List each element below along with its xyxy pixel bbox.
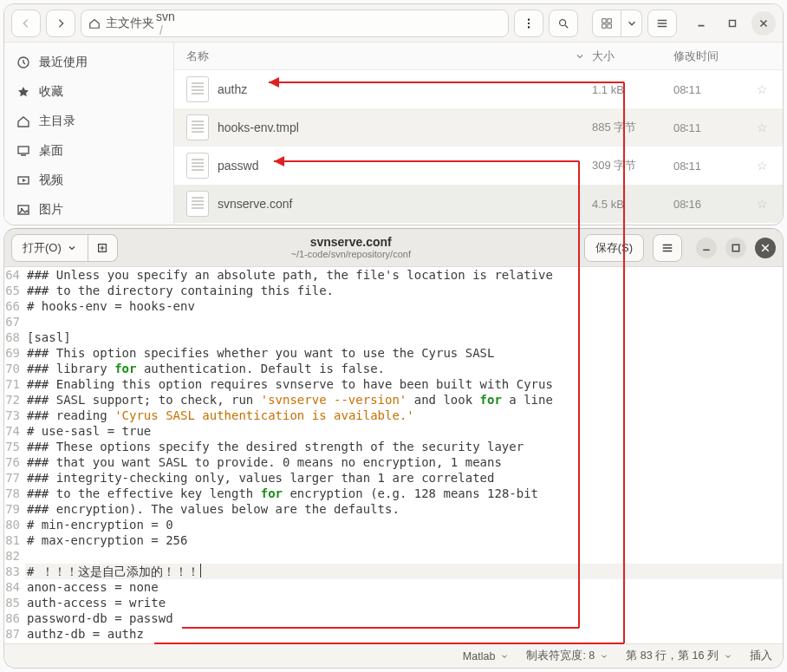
chevron-right-icon bbox=[55, 17, 67, 29]
star-toggle[interactable]: ☆ bbox=[757, 197, 783, 211]
view-switcher[interactable] bbox=[592, 10, 642, 37]
search-button[interactable] bbox=[549, 10, 578, 37]
sidebar-item[interactable]: 最近使用 bbox=[4, 48, 173, 77]
line-number: 81 bbox=[4, 532, 25, 548]
code-line[interactable]: 80# min-encryption = 0 bbox=[4, 517, 783, 532]
hamburger-menu-button[interactable] bbox=[647, 10, 677, 37]
status-language[interactable]: Matlab bbox=[463, 650, 510, 662]
code-text: ### Unless you specify an absolute path,… bbox=[25, 267, 553, 283]
file-manager-titlebar: 主文件夹 /1-code/svn/repository/conf bbox=[4, 4, 783, 42]
sidebar-item[interactable]: 桌面 bbox=[4, 136, 173, 166]
editor-menu-button[interactable] bbox=[653, 234, 682, 262]
svg-point-2 bbox=[528, 26, 530, 28]
line-number: 87 bbox=[4, 626, 25, 642]
code-line[interactable]: 74# use-sasl = true bbox=[4, 423, 783, 439]
code-text: # ！！！这是自己添加的！！！ bbox=[25, 564, 201, 579]
file-row[interactable]: hooks-env.tmpl885 字节08∶11☆ bbox=[174, 108, 783, 147]
code-line[interactable]: 84anon-access = none bbox=[4, 579, 783, 595]
code-text bbox=[25, 314, 27, 329]
status-tabwidth[interactable]: 制表符宽度: 8 bbox=[526, 649, 608, 663]
svg-rect-4 bbox=[602, 18, 606, 22]
file-name: svnserve.conf bbox=[218, 197, 292, 211]
file-row[interactable]: passwd309 字节08∶11☆ bbox=[174, 147, 783, 185]
file-row[interactable]: authz1.1 kB08∶11☆ bbox=[174, 70, 783, 108]
file-icon bbox=[186, 76, 209, 102]
path-menu-button[interactable] bbox=[514, 10, 543, 37]
minimize-button[interactable] bbox=[689, 11, 713, 36]
maximize-button[interactable] bbox=[720, 11, 745, 36]
line-number: 70 bbox=[4, 361, 25, 376]
editor-text-area[interactable]: 64### Unless you specify an absolute pat… bbox=[4, 267, 783, 643]
location-bar[interactable]: 主文件夹 /1-code/svn/repository/conf bbox=[81, 10, 509, 37]
code-line[interactable]: 87authz-db = authz bbox=[4, 626, 783, 642]
col-name[interactable]: 名称 bbox=[186, 49, 209, 64]
code-line[interactable]: 67 bbox=[4, 314, 783, 329]
code-text: ### Enabling this option requires svnser… bbox=[25, 376, 553, 392]
close-icon bbox=[760, 243, 771, 253]
code-line[interactable]: 73### reading 'Cyrus SASL authentication… bbox=[4, 408, 783, 423]
code-line[interactable]: 64### Unless you specify an absolute pat… bbox=[4, 267, 783, 283]
line-number: 74 bbox=[4, 423, 25, 439]
status-cursor-pos[interactable]: 第 83 行，第 16 列 bbox=[626, 649, 732, 663]
code-line[interactable]: 69### This option specifies whether you … bbox=[4, 345, 783, 361]
code-line[interactable]: 86password-db = passwd bbox=[4, 610, 783, 626]
path-seg[interactable]: svn bbox=[156, 10, 209, 23]
code-line[interactable]: 83# ！！！这是自己添加的！！！ bbox=[4, 564, 783, 579]
nav-back-button[interactable] bbox=[11, 10, 41, 37]
save-button[interactable]: 保存(S) bbox=[584, 234, 644, 262]
code-line[interactable]: 82 bbox=[4, 548, 783, 564]
star-toggle[interactable]: ☆ bbox=[757, 159, 783, 173]
open-button[interactable]: 打开(O) bbox=[11, 234, 88, 262]
col-mtime[interactable]: 修改时间 bbox=[673, 49, 757, 64]
editor-statusbar: Matlab 制表符宽度: 8 第 83 行，第 16 列 插入 bbox=[4, 643, 783, 668]
file-row[interactable]: svnserve.conf4.5 kB08∶16☆ bbox=[174, 185, 783, 223]
file-name: authz bbox=[218, 82, 247, 96]
nav-forward-button[interactable] bbox=[46, 10, 75, 37]
code-line[interactable]: 70### library for authentication. Defaul… bbox=[4, 361, 783, 376]
code-line[interactable]: 78### to the effective key length for en… bbox=[4, 486, 783, 501]
svg-rect-10 bbox=[18, 147, 29, 153]
sidebar-item[interactable]: 主目录 bbox=[4, 107, 173, 136]
sidebar-item[interactable]: 视频 bbox=[4, 166, 173, 195]
save-label: 保存(S) bbox=[595, 240, 633, 256]
text-editor-window: 打开(O) svnserve.conf ~/1-code/svn/reposit… bbox=[3, 228, 784, 669]
line-number: 64 bbox=[4, 267, 25, 283]
code-line[interactable]: 68[sasl] bbox=[4, 329, 783, 345]
svg-point-1 bbox=[528, 22, 530, 23]
editor-minimize-button[interactable] bbox=[696, 238, 717, 258]
line-number: 72 bbox=[4, 392, 25, 408]
chevron-down-icon bbox=[626, 17, 638, 29]
sidebar-item[interactable]: 图片 bbox=[4, 195, 173, 225]
code-line[interactable]: 81# max-encryption = 256 bbox=[4, 532, 783, 548]
code-text: ### encryption). The values below are th… bbox=[25, 501, 400, 517]
line-number: 86 bbox=[4, 610, 25, 626]
star-toggle[interactable]: ☆ bbox=[757, 121, 783, 134]
code-line[interactable]: 85auth-access = write bbox=[4, 595, 783, 610]
code-text: # hooks-env = hooks-env bbox=[25, 298, 195, 314]
sidebar-item[interactable]: 收藏 bbox=[4, 77, 173, 107]
close-button[interactable] bbox=[751, 11, 776, 36]
code-line[interactable]: 72### SASL support; to check, run 'svnse… bbox=[4, 392, 783, 408]
path-root-label: 主文件夹 bbox=[106, 16, 154, 31]
code-text: [sasl] bbox=[25, 329, 71, 345]
editor-close-button[interactable] bbox=[755, 238, 776, 258]
editor-maximize-button[interactable] bbox=[725, 238, 746, 258]
star-toggle[interactable]: ☆ bbox=[757, 82, 783, 96]
code-line[interactable]: 65### to the directory containing this f… bbox=[4, 283, 783, 298]
path-root[interactable]: 主文件夹 bbox=[88, 16, 154, 31]
code-line[interactable]: 79### encryption). The values below are … bbox=[4, 501, 783, 517]
pic-icon bbox=[16, 203, 30, 217]
code-line[interactable]: 77### integrity-checking only, values la… bbox=[4, 470, 783, 486]
editor-titlebar: 打开(O) svnserve.conf ~/1-code/svn/reposit… bbox=[4, 229, 783, 267]
line-number: 67 bbox=[4, 314, 25, 329]
code-line[interactable]: 76### that you want SASL to provide. 0 m… bbox=[4, 454, 783, 470]
code-line[interactable]: 75### These options specify the desired … bbox=[4, 439, 783, 454]
new-tab-button[interactable] bbox=[88, 234, 118, 262]
code-line[interactable]: 71### Enabling this option requires svns… bbox=[4, 376, 783, 392]
sort-down-icon[interactable] bbox=[575, 51, 585, 62]
search-icon bbox=[557, 17, 569, 29]
status-insert-mode[interactable]: 插入 bbox=[750, 649, 772, 663]
code-line[interactable]: 66# hooks-env = hooks-env bbox=[4, 298, 783, 314]
file-rows: authz1.1 kB08∶11☆hooks-env.tmpl885 字节08∶… bbox=[174, 70, 783, 225]
col-size[interactable]: 大小 bbox=[592, 49, 673, 64]
